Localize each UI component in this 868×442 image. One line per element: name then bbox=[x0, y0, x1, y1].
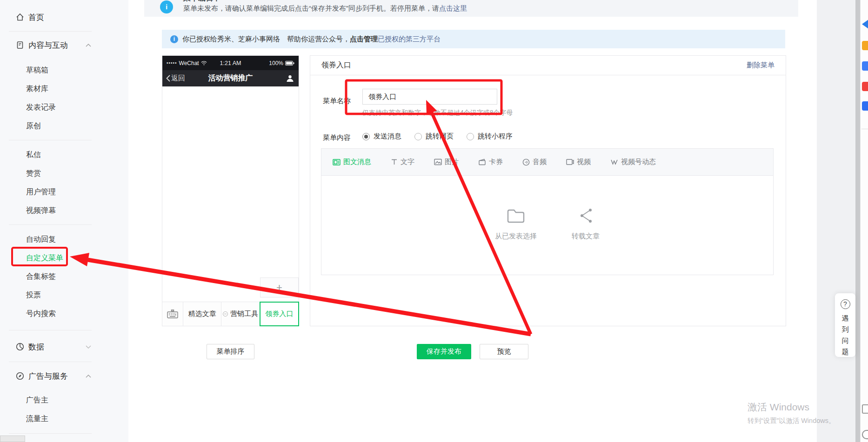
sidebar-item-custom-menu[interactable]: 自定义菜单 bbox=[0, 249, 128, 267]
sidebar-group-label: 数据 bbox=[28, 342, 44, 352]
orange-app-icon[interactable] bbox=[862, 41, 868, 50]
keyboard-toggle[interactable] bbox=[162, 302, 183, 326]
sidebar-sublist-2: 私信 赞赏 用户管理 视频弹幕 bbox=[0, 145, 128, 220]
sidebar-item-assets[interactable]: 素材库 bbox=[0, 79, 128, 98]
menu-tab-marketing[interactable]: 营销工具 bbox=[221, 302, 260, 326]
divider bbox=[9, 31, 92, 32]
tab-text[interactable]: 文字 bbox=[391, 158, 414, 166]
sidebar-item-private-msg[interactable]: 私信 bbox=[0, 145, 128, 164]
signal-dots: ••••• bbox=[167, 60, 177, 66]
tab-label: 音频 bbox=[533, 158, 547, 166]
sidebar-item-vote[interactable]: 投票 bbox=[0, 286, 128, 304]
sidebar-item-publish-history[interactable]: 发表记录 bbox=[0, 98, 128, 117]
profile-icon[interactable] bbox=[286, 74, 294, 82]
menu-tab-label: 营销工具 bbox=[230, 310, 258, 318]
tab-article[interactable]: 图文消息 bbox=[333, 158, 371, 166]
wechat-mp-custom-menu-page: 首页 内容与互动 草稿箱 素材库 发表记录 原创 私信 赞赏 用户管理 视频弹幕… bbox=[0, 0, 868, 442]
info-icon: i bbox=[160, 0, 173, 13]
radio-jump-miniprogram[interactable]: 跳转小程序 bbox=[467, 132, 513, 141]
sidebar-item-drafts[interactable]: 草稿箱 bbox=[0, 61, 128, 79]
auth-text: 你已授权给秀米、芝麻小事网络 帮助你运营公众号， bbox=[182, 35, 350, 44]
message-content-card: 图文消息 文字 图片 卡券 音频 bbox=[321, 148, 774, 275]
add-menu-button[interactable]: + bbox=[260, 277, 299, 297]
radio-icon bbox=[467, 133, 474, 140]
channels-icon bbox=[610, 158, 618, 165]
sidebar-item-video-danmu[interactable]: 视频弹幕 bbox=[0, 201, 128, 220]
divider bbox=[9, 224, 92, 225]
radio-label: 跳转网页 bbox=[426, 132, 454, 141]
radio-send-message[interactable]: 发送消息 bbox=[362, 132, 401, 141]
radio-label: 跳转小程序 bbox=[478, 132, 513, 141]
sidebar-sublist-3: 自动回复 自定义菜单 合集标签 投票 号内搜索 bbox=[0, 230, 128, 323]
tab-label: 卡券 bbox=[489, 158, 503, 166]
radio-jump-webpage[interactable]: 跳转网页 bbox=[414, 132, 454, 141]
chevron-up-icon bbox=[86, 375, 91, 378]
repost-article-option[interactable]: 转载文章 bbox=[572, 206, 600, 241]
chevron-down-icon bbox=[86, 345, 91, 349]
sidebar-item-home[interactable]: 首页 bbox=[15, 11, 91, 23]
collapse-arrow-icon[interactable] bbox=[862, 20, 868, 29]
tab-label: 视频 bbox=[577, 158, 591, 166]
editor-title: 领券入口 bbox=[321, 60, 351, 70]
content-type-tabs: 图文消息 文字 图片 卡券 音频 bbox=[321, 149, 773, 176]
sidebar-item-auto-reply[interactable]: 自动回复 bbox=[0, 230, 128, 249]
sidebar-group-data[interactable]: 数据 bbox=[15, 339, 91, 354]
notice-text: 菜单未发布，请确认菜单编辑完成后点击“保存并发布”同步到手机。若停用菜单，请点击… bbox=[183, 4, 467, 13]
sidebar-group-content[interactable]: 内容与互动 bbox=[15, 38, 91, 53]
sidebar-item-user-mgmt[interactable]: 用户管理 bbox=[0, 183, 128, 201]
back-button[interactable]: 返回 bbox=[166, 74, 185, 83]
sidebar-item-collection-tags[interactable]: 合集标签 bbox=[0, 267, 128, 286]
sidebar-item-account-search[interactable]: 号内搜索 bbox=[0, 304, 128, 323]
option-label: 转载文章 bbox=[572, 232, 600, 241]
tab-video[interactable]: 视频 bbox=[566, 158, 591, 166]
home-icon bbox=[15, 13, 25, 22]
delete-menu-link[interactable]: 删除菜单 bbox=[747, 61, 775, 70]
menu-sort-button[interactable]: 菜单排序 bbox=[207, 344, 254, 359]
phone-menu-bar: 精选文章 营销工具 领券入口 bbox=[162, 302, 299, 326]
notice-message: 菜单未发布，请确认菜单编辑完成后点击“保存并发布”同步到手机。若停用菜单，请 bbox=[183, 4, 439, 12]
tab-coupon[interactable]: 卡券 bbox=[478, 158, 503, 166]
sidebar-sublist-1: 草稿箱 素材库 发表记录 原创 bbox=[0, 61, 128, 135]
pen-icon[interactable] bbox=[862, 430, 868, 439]
sidebar-item-label: 首页 bbox=[28, 12, 44, 23]
chevron-up-icon bbox=[86, 44, 91, 47]
tab-channels[interactable]: 视频号动态 bbox=[610, 158, 656, 166]
menu-name-input[interactable] bbox=[362, 89, 497, 105]
help-float-button[interactable]: ? 遇到问题 bbox=[835, 293, 855, 357]
red-app-icon[interactable] bbox=[862, 82, 868, 91]
audio-icon bbox=[522, 158, 530, 166]
battery-icon bbox=[285, 61, 294, 66]
tab-label: 视频号动态 bbox=[621, 158, 656, 166]
sidebar-item-original[interactable]: 原创 bbox=[0, 117, 128, 135]
menu-content-label: 菜单内容 bbox=[323, 133, 351, 142]
content-type-radios: 发送消息 跳转网页 跳转小程序 bbox=[362, 132, 513, 141]
help-label: 遇到问题 bbox=[841, 313, 849, 357]
tab-image[interactable]: 图片 bbox=[434, 158, 459, 166]
sidebar-item-reward[interactable]: 赞赏 bbox=[0, 164, 128, 183]
note-icon[interactable] bbox=[862, 404, 868, 414]
tab-audio[interactable]: 音频 bbox=[522, 158, 547, 166]
menu-name-hint: 仅支持中英文和数字，字数不超过4个汉字或8个字母 bbox=[362, 109, 513, 117]
save-publish-button[interactable]: 保存并发布 bbox=[417, 344, 471, 359]
authorized-platforms-link[interactable]: 已授权的第三方平台 bbox=[378, 35, 441, 44]
select-published-option[interactable]: 从已发表选择 bbox=[495, 206, 537, 241]
stop-menu-link[interactable]: 点击这里 bbox=[439, 4, 467, 12]
sidebar: 首页 内容与互动 草稿箱 素材库 发表记录 原创 私信 赞赏 用户管理 视频弹幕… bbox=[0, 0, 128, 442]
sidebar-group-ads[interactable]: 广告与服务 bbox=[15, 369, 91, 383]
sidebar-item-advertiser[interactable]: 广告主 bbox=[0, 391, 128, 409]
article-source-options: 从已发表选择 转载文章 bbox=[321, 176, 773, 241]
blue-app-2-icon[interactable] bbox=[862, 101, 868, 111]
preview-button[interactable]: 预览 bbox=[480, 344, 528, 359]
info-icon: i bbox=[170, 35, 178, 43]
watermark-line2: 转到“设置”以激活 Windows。 bbox=[748, 416, 835, 425]
phone-status-bar: ••••• WeChat 1:21 AM 100% bbox=[162, 56, 299, 70]
menu-editor-panel: 领券入口 删除菜单 菜单名称 仅支持中英文和数字，字数不超过4个汉字或8个字母 … bbox=[310, 55, 786, 326]
scrollbar[interactable] bbox=[855, 0, 860, 442]
blue-app-icon[interactable] bbox=[862, 61, 868, 71]
menu-tab-coupon[interactable]: 领券入口 bbox=[260, 302, 299, 326]
phone-preview: ••••• WeChat 1:21 AM 100% 返回 活动营销推广 + 精选… bbox=[162, 55, 299, 326]
phone-nav-bar: 返回 活动营销推广 bbox=[162, 70, 299, 86]
battery-percent: 100% bbox=[269, 60, 283, 66]
sidebar-item-traffic-owner[interactable]: 流量主 bbox=[0, 409, 128, 428]
menu-tab-featured[interactable]: 精选文章 bbox=[183, 302, 221, 326]
